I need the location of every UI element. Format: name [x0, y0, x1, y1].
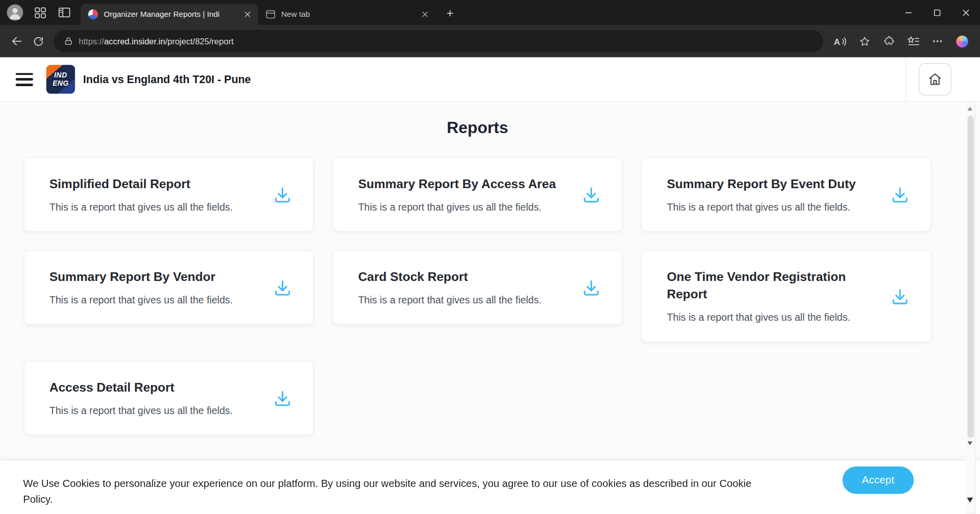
page-header: IND ENG India vs England 4th T20I - Pune: [0, 58, 980, 102]
report-card-title: Summary Report By Vendor: [50, 268, 262, 285]
back-arrow-icon: [11, 35, 23, 47]
scrollbar-up-arrow-icon[interactable]: [968, 107, 973, 110]
download-icon[interactable]: [891, 185, 910, 204]
url-scheme: https://: [79, 37, 104, 46]
more-menu-icon[interactable]: [927, 31, 948, 52]
refresh-button[interactable]: [28, 31, 49, 52]
event-logo: IND ENG: [46, 65, 75, 93]
home-button[interactable]: [919, 63, 951, 96]
browser-toolbar: https://accred.insider.in/project/825/re…: [0, 25, 980, 58]
favorite-star-icon[interactable]: [854, 31, 875, 52]
window-controls: [894, 0, 980, 25]
svg-text:A: A: [834, 37, 840, 47]
report-card-description: This is a report that gives us all the f…: [358, 200, 571, 214]
reports-content: Reports Simplified Detail Report This is…: [0, 102, 980, 514]
download-icon[interactable]: [891, 287, 910, 306]
close-button[interactable]: [951, 0, 980, 25]
report-card-title: Simplified Detail Report: [50, 175, 262, 192]
refresh-icon: [32, 35, 44, 47]
tab-title: Organizer Manager Reports | Indi: [104, 10, 235, 19]
report-card-description: This is a report that gives us all the f…: [50, 404, 262, 418]
extensions-icon[interactable]: [878, 31, 899, 52]
scrollbar-thumb[interactable]: [967, 116, 973, 438]
accept-button[interactable]: Accept: [843, 467, 914, 494]
reports-heading: Reports: [24, 118, 932, 137]
tab-title: New tab: [281, 10, 413, 19]
address-bar[interactable]: https://accred.insider.in/project/825/re…: [54, 30, 823, 53]
favorites-list-icon[interactable]: [902, 31, 924, 52]
profile-avatar[interactable]: [7, 5, 23, 21]
report-card-title: Summary Report By Access Area: [358, 175, 571, 192]
download-icon[interactable]: [582, 185, 601, 204]
download-icon[interactable]: [582, 278, 601, 297]
new-tab-button[interactable]: +: [440, 4, 459, 22]
cookie-message: We Use Cookies to personalize your exper…: [23, 476, 776, 506]
browser-tab-newtab[interactable]: New tab: [258, 4, 436, 25]
web-page: IND ENG India vs England 4th T20I - Pune…: [0, 58, 980, 514]
download-icon[interactable]: [273, 389, 292, 407]
report-card: Access Detail Report This is a report th…: [24, 361, 314, 435]
download-icon[interactable]: [273, 278, 292, 297]
report-card: One Time Vendor Registration Report This…: [641, 250, 931, 342]
url-path: /project/825/report: [165, 37, 233, 46]
reports-grid: Simplified Detail Report This is a repor…: [24, 158, 932, 435]
menu-hamburger-icon[interactable]: [16, 73, 33, 86]
copilot-icon[interactable]: [951, 31, 973, 52]
report-card: Simplified Detail Report This is a repor…: [24, 158, 314, 232]
browser-titlebar: Organizer Manager Reports | Indi New tab…: [0, 0, 980, 25]
url-host: accred.insider.in: [104, 37, 165, 46]
report-card-description: This is a report that gives us all the f…: [667, 311, 879, 325]
tab-actions-icon[interactable]: [57, 5, 71, 20]
cookie-banner: We Use Cookies to personalize your exper…: [0, 461, 980, 514]
scrollbar-bottom-arrow-icon[interactable]: [967, 498, 973, 503]
report-card: Summary Report By Access Area This is a …: [332, 158, 622, 232]
report-card-description: This is a report that gives us all the f…: [50, 200, 262, 214]
report-card-description: This is a report that gives us all the f…: [358, 294, 571, 307]
report-card-title: One Time Vendor Registration Report: [667, 268, 879, 303]
report-card-title: Summary Report By Event Duty: [667, 175, 879, 192]
scrollbar-down-arrow-icon[interactable]: [968, 442, 973, 445]
header-divider: [905, 58, 906, 101]
minimize-button[interactable]: [894, 0, 922, 25]
read-aloud-icon[interactable]: A: [829, 31, 851, 52]
report-card: Summary Report By Event Duty This is a r…: [641, 158, 931, 232]
browser-tab-active[interactable]: Organizer Manager Reports | Indi: [81, 4, 258, 25]
report-card-title: Card Stock Report: [358, 268, 571, 285]
home-icon: [927, 72, 942, 87]
person-icon: [7, 5, 23, 21]
newtab-favicon-icon: [265, 9, 276, 19]
maximize-button[interactable]: [922, 0, 951, 25]
site-favicon-icon: [88, 9, 99, 19]
report-card: Card Stock Report This is a report that …: [332, 250, 622, 325]
tab-strip: Organizer Manager Reports | Indi New tab: [81, 0, 436, 25]
report-card-description: This is a report that gives us all the f…: [50, 294, 262, 307]
url-text: https://accred.insider.in/project/825/re…: [79, 37, 233, 46]
report-card: Summary Report By Vendor This is a repor…: [24, 250, 314, 325]
tab-close-icon[interactable]: [241, 9, 253, 20]
page-scrollbar[interactable]: [966, 102, 975, 514]
page-title: India vs England 4th T20I - Pune: [83, 73, 251, 86]
workspaces-icon[interactable]: [33, 5, 47, 20]
browser-window: Organizer Manager Reports | Indi New tab…: [0, 0, 980, 514]
download-icon[interactable]: [273, 185, 292, 204]
lock-icon: [64, 36, 73, 46]
back-button[interactable]: [6, 31, 28, 52]
report-card-title: Access Detail Report: [50, 378, 262, 396]
logo-line2: ENG: [53, 80, 69, 88]
tab-close-icon[interactable]: [419, 9, 430, 20]
logo-line1: IND: [54, 71, 67, 80]
report-card-description: This is a report that gives us all the f…: [667, 200, 879, 214]
